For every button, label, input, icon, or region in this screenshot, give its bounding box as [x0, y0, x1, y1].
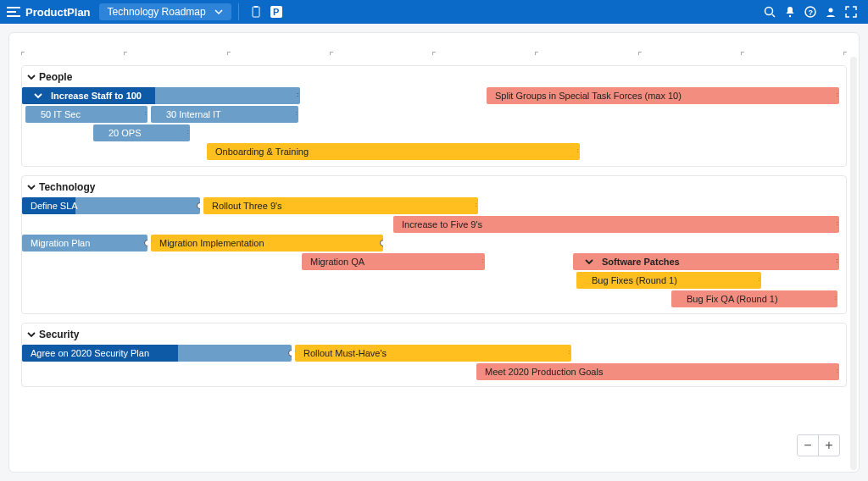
svg-rect-1 — [254, 6, 258, 8]
lane-title: Technology — [39, 181, 95, 193]
roadmap-name: Technology Roadmap — [108, 6, 206, 18]
bar-20-ops[interactable]: 20 OPS:: — [93, 124, 190, 141]
bar-label: Split Groups in Special Task Forces (max… — [495, 91, 682, 101]
link-icon: 🔗 — [151, 239, 152, 247]
bar-software-patches[interactable]: Software Patches:: — [573, 253, 839, 270]
link-icon: 🔗 — [302, 257, 303, 266]
bar-migration-qa[interactable]: 🔗Migration QA:: — [302, 253, 485, 270]
timeline-ticks — [21, 52, 847, 57]
roadmap-canvas[interactable]: PeopleIncrease Staff to 100::Split Group… — [8, 32, 860, 473]
bar-rollout-musthaves[interactable]: 🔗Rollout Must-Have's:: — [295, 345, 571, 362]
link-handle[interactable] — [288, 350, 292, 357]
lane-technology: TechnologyDefine SLA::Rollout Three 9's:… — [21, 175, 847, 314]
bar-label: Rollout Three 9's — [212, 201, 282, 211]
brand-logo-icon — [7, 7, 20, 17]
chevron-down-icon — [27, 183, 36, 191]
clipboard-button[interactable] — [246, 3, 266, 21]
bar-agree-2020-plan[interactable]: Agree on 2020 Security Plan:: — [22, 345, 292, 362]
brand-label: ProductPlan — [25, 6, 91, 19]
bar-label: 50 IT Sec — [41, 109, 81, 119]
clipboard-icon — [251, 6, 261, 18]
drag-grip-icon[interactable]: :: — [297, 91, 298, 98]
link-handle[interactable] — [197, 202, 200, 209]
bar-label: Bug Fixes (Round 1) — [592, 275, 677, 285]
account-button[interactable] — [821, 3, 841, 21]
search-icon — [764, 6, 776, 18]
bell-icon — [784, 6, 796, 18]
link-handle[interactable] — [144, 240, 147, 246]
bar-label: Software Patches — [602, 257, 680, 267]
bar-increase-staff[interactable]: Increase Staff to 100:: — [22, 87, 300, 104]
bar-label: Migration Plan — [31, 238, 90, 248]
topbar: ProductPlan Technology Roadmap P ? — [0, 0, 868, 24]
lane-header[interactable]: Security — [22, 329, 846, 344]
bar-label: 20 OPS — [108, 128, 142, 138]
bar-bug-fix-qa-r1[interactable]: Bug Fix QA (Round 1):: — [671, 290, 837, 307]
bar-label: Agree on 2020 Security Plan — [31, 348, 149, 358]
bar-bug-fixes-r1[interactable]: Bug Fixes (Round 1):: — [576, 272, 761, 289]
bar-onboarding[interactable]: Onboarding & Training:: — [207, 143, 580, 160]
brand[interactable]: ProductPlan — [7, 6, 91, 19]
bar-30-internal-it[interactable]: 30 Internal IT:: — [151, 106, 298, 123]
svg-point-6 — [789, 15, 791, 17]
bar-migration-impl[interactable]: 🔗Migration Implementation:: — [151, 235, 383, 252]
canvas-wrap: PeopleIncrease Staff to 100::Split Group… — [0, 24, 868, 481]
side-handle[interactable] — [850, 57, 857, 470]
user-icon — [825, 6, 837, 18]
bar-rollout-three-9[interactable]: Rollout Three 9's:: — [203, 197, 478, 214]
link-icon: 🔗 — [295, 349, 296, 357]
svg-rect-0 — [253, 7, 259, 17]
divider — [238, 3, 239, 20]
lane-header[interactable]: People — [22, 71, 846, 86]
parking-button[interactable]: P — [266, 3, 287, 21]
bar-migration-plan[interactable]: Migration Plan:: — [22, 235, 147, 252]
chevron-down-icon — [34, 91, 42, 100]
bar-label: Bug Fix QA (Round 1) — [687, 294, 778, 304]
notifications-button[interactable] — [780, 3, 800, 21]
roadmap-selector[interactable]: Technology Roadmap — [99, 3, 231, 20]
chevron-down-icon — [27, 73, 36, 81]
bar-split-groups[interactable]: Split Groups in Special Task Forces (max… — [487, 87, 839, 104]
parking-icon: P — [270, 6, 282, 18]
bar-50-it-sec[interactable]: 50 IT Sec:: — [25, 106, 147, 123]
drag-grip-icon[interactable]: :: — [836, 257, 837, 264]
lane-title: Security — [39, 329, 79, 340]
lane-security: SecurityAgree on 2020 Security Plan::🔗Ro… — [21, 323, 847, 387]
zoom-out-button[interactable]: − — [797, 434, 819, 456]
svg-point-4 — [765, 8, 773, 15]
search-button[interactable] — [760, 3, 780, 21]
lane-header[interactable]: Technology — [22, 181, 846, 196]
svg-text:P: P — [273, 7, 279, 17]
lane-people: PeopleIncrease Staff to 100::Split Group… — [21, 65, 847, 167]
expand-icon — [845, 6, 857, 18]
bar-label: Define SLA — [31, 201, 78, 211]
bar-label: Rollout Must-Have's — [303, 348, 387, 358]
help-button[interactable]: ? — [800, 3, 821, 21]
fullscreen-button[interactable] — [841, 3, 861, 21]
zoom-controls: − + — [797, 434, 840, 456]
chevron-down-icon — [27, 330, 36, 339]
bar-label: Increase to Five 9's — [402, 219, 482, 229]
chevron-down-icon — [585, 257, 593, 266]
link-handle[interactable] — [380, 240, 383, 246]
svg-point-9 — [829, 8, 833, 13]
svg-text:?: ? — [809, 8, 814, 17]
bar-label: Migration Implementation — [159, 238, 264, 248]
chevron-down-icon — [214, 8, 223, 16]
svg-line-5 — [772, 14, 775, 17]
bar-label: Increase Staff to 100 — [51, 91, 142, 101]
bar-meet-2020-goals[interactable]: Meet 2020 Production Goals:: — [476, 363, 839, 380]
bar-label: 30 Internal IT — [166, 109, 221, 119]
bar-label: Onboarding & Training — [215, 147, 309, 157]
help-icon: ? — [804, 6, 816, 18]
zoom-in-button[interactable]: + — [818, 434, 840, 456]
bar-increase-five-9[interactable]: Increase to Five 9's:: — [393, 216, 839, 233]
bar-label: Migration QA — [310, 257, 364, 267]
lanes: PeopleIncrease Staff to 100::Split Group… — [21, 65, 847, 395]
bar-label: Meet 2020 Production Goals — [485, 367, 603, 377]
bar-define-sla[interactable]: Define SLA:: — [22, 197, 200, 214]
lane-title: People — [39, 71, 72, 83]
